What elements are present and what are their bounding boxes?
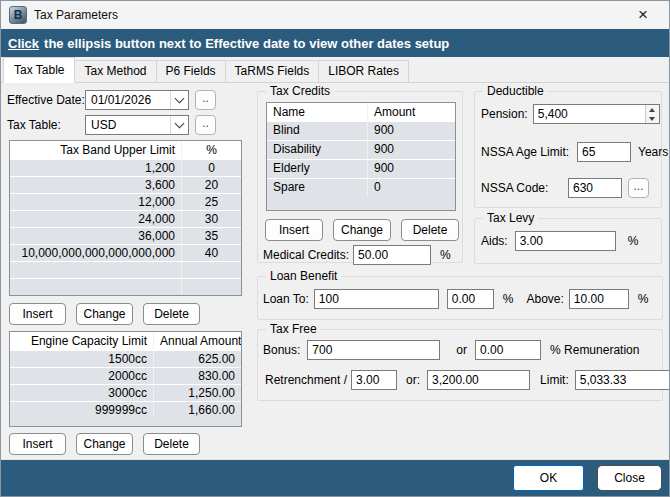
bonus-percent-input[interactable] xyxy=(475,340,541,360)
retrenchment-amount-input[interactable] xyxy=(427,370,530,390)
column-header: Annual Amount xyxy=(153,332,241,350)
nssa-age-row: NSSA Age Limit: Years xyxy=(481,142,668,162)
or-label: or xyxy=(456,343,467,357)
loan-to-label: Loan To: xyxy=(263,292,309,306)
loan-to-input[interactable] xyxy=(314,289,439,309)
tab-tax-method[interactable]: Tax Method xyxy=(74,60,156,82)
table-cell xyxy=(181,279,241,295)
effective-date-row: Effective Date: 01/01/2026 .. xyxy=(7,90,216,110)
tax-credits-table-header: Name Amount xyxy=(267,103,455,121)
deductible-group: Deductible Pension: NSSA Age Limit: Year… xyxy=(474,91,662,208)
nssa-code-label: NSSA Code: xyxy=(481,181,561,195)
nssa-code-row: NSSA Code: ... xyxy=(481,178,649,198)
table-cell: 12,000 xyxy=(10,194,181,210)
change-button[interactable]: Change xyxy=(76,303,133,325)
banner-click-link[interactable]: Click xyxy=(8,36,39,51)
tax-table-ellipsis-button[interactable]: .. xyxy=(195,115,216,135)
table-cell: 1500cc xyxy=(10,351,153,367)
tax-credits-title: Tax Credits xyxy=(266,84,334,98)
medical-credits-input[interactable] xyxy=(353,245,431,265)
table-row[interactable]: 3000cc1,250.00 xyxy=(10,384,241,401)
table-row[interactable] xyxy=(10,278,241,295)
insert-button[interactable]: Insert xyxy=(9,303,66,325)
table-row[interactable]: 3,60020 xyxy=(10,176,241,193)
tax-band-table: Tax Band Upper Limit % 1,20003,6002012,0… xyxy=(9,140,242,296)
close-icon[interactable]: × xyxy=(631,4,655,26)
pension-input[interactable] xyxy=(533,104,660,124)
spinner-down-icon[interactable] xyxy=(646,114,659,123)
medical-credits-row: Medical Credits: % xyxy=(263,245,451,265)
table-row[interactable]: 1,2000 xyxy=(10,159,241,176)
retrenchment-input[interactable] xyxy=(351,370,397,390)
table-cell: 0 xyxy=(181,160,241,176)
effective-date-combobox[interactable]: 01/01/2026 xyxy=(85,90,189,110)
table-row[interactable]: 999999cc1,660.00 xyxy=(10,401,241,418)
tax-table-row: Tax Table: USD .. xyxy=(7,115,216,135)
tax-credits-table-body: Blind900Disability900Elderly900Spare0 xyxy=(267,121,455,197)
table-row[interactable]: 1500cc625.00 xyxy=(10,350,241,367)
table-row[interactable]: 10,000,000,000,000,000,00040 xyxy=(10,244,241,261)
table-cell: Blind xyxy=(267,122,367,140)
table-row[interactable]: 24,00030 xyxy=(10,210,241,227)
pension-row: Pension: xyxy=(481,104,659,124)
aids-label: Aids: xyxy=(481,234,508,248)
table-cell: 625.00 xyxy=(153,351,241,367)
spinner-up-icon[interactable] xyxy=(646,105,659,114)
delete-button[interactable]: Delete xyxy=(143,433,200,455)
table-row[interactable]: 36,00035 xyxy=(10,227,241,244)
chevron-down-icon[interactable] xyxy=(170,91,188,109)
table-cell: 900 xyxy=(367,122,455,140)
table-cell: Spare xyxy=(267,179,367,197)
tab-libor-rates[interactable]: LIBOR Rates xyxy=(318,60,409,82)
tax-levy-group: Tax Levy Aids: % xyxy=(474,218,662,264)
table-row[interactable]: Spare0 xyxy=(267,178,455,197)
insert-button[interactable]: Insert xyxy=(265,219,323,241)
tab-p6-fields[interactable]: P6 Fields xyxy=(156,60,226,82)
table-row[interactable] xyxy=(10,261,241,278)
table-row[interactable]: Blind900 xyxy=(267,121,455,140)
aids-input[interactable] xyxy=(515,231,616,251)
years-label: Years xyxy=(638,145,668,159)
table-cell: Elderly xyxy=(267,160,367,178)
close-button[interactable]: Close xyxy=(597,465,662,491)
table-row[interactable]: Disability900 xyxy=(267,140,455,159)
percent-label: % xyxy=(440,248,451,262)
percent-label: % xyxy=(638,292,649,306)
effective-date-label: Effective Date: xyxy=(7,93,85,107)
engine-capacity-actions: Insert Change Delete xyxy=(9,433,200,455)
change-button[interactable]: Change xyxy=(333,219,391,241)
loan-rate-input[interactable] xyxy=(447,289,494,309)
table-cell: 24,000 xyxy=(10,211,181,227)
table-cell: 35 xyxy=(181,228,241,244)
table-row[interactable]: Elderly900 xyxy=(267,159,455,178)
effective-date-ellipsis-button[interactable]: .. xyxy=(195,90,216,110)
bonus-label: Bonus: xyxy=(263,343,300,357)
table-cell: Disability xyxy=(267,141,367,159)
above-input[interactable] xyxy=(569,289,629,309)
column-header: Engine Capacity Limit xyxy=(10,332,153,350)
ok-button[interactable]: OK xyxy=(513,465,584,491)
nssa-code-input[interactable] xyxy=(568,178,622,198)
tax-table-combobox[interactable]: USD xyxy=(85,115,189,135)
tax-table-value: USD xyxy=(86,118,170,132)
table-cell xyxy=(10,262,181,278)
delete-button[interactable]: Delete xyxy=(143,303,200,325)
tax-band-actions: Insert Change Delete xyxy=(9,303,200,325)
tab-tax-table[interactable]: Tax Table xyxy=(3,57,75,83)
tab-tarms-fields[interactable]: TaRMS Fields xyxy=(225,60,320,82)
change-button[interactable]: Change xyxy=(76,433,133,455)
nssa-code-ellipsis-button[interactable]: ... xyxy=(628,178,649,198)
loan-benefit-row: Loan To: % Above: % xyxy=(263,289,649,309)
table-cell: 3000cc xyxy=(10,385,153,401)
tax-table-label: Tax Table: xyxy=(7,118,85,132)
limit-input[interactable] xyxy=(575,370,670,390)
bonus-input[interactable] xyxy=(307,340,440,360)
insert-button[interactable]: Insert xyxy=(9,433,66,455)
delete-button[interactable]: Delete xyxy=(401,219,459,241)
table-row[interactable]: 2000cc830.00 xyxy=(10,367,241,384)
table-row[interactable]: 12,00025 xyxy=(10,193,241,210)
deductible-title: Deductible xyxy=(483,84,548,98)
nssa-age-input[interactable] xyxy=(577,142,631,162)
chevron-down-icon[interactable] xyxy=(170,116,188,134)
tab-strip: Tax Table Tax Method P6 Fields TaRMS Fie… xyxy=(1,57,669,83)
